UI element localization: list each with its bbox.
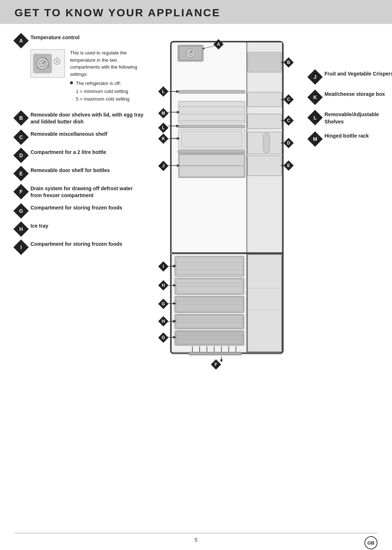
diagram-badge-l2: L [158,123,168,133]
svg-rect-29 [178,125,245,128]
section-e-text: Removable door shelf for bottles [30,167,110,174]
svg-text:C: C [287,97,290,102]
svg-text:D: D [287,140,290,146]
section-g-text: Compartment for storing frozen foods [30,204,122,212]
temp-control-image: 1 3 5 [30,49,65,78]
section-b-row: B Removable door shelves with lid, with … [15,111,145,126]
badge-l: L [309,111,322,124]
svg-text:L: L [162,89,164,94]
page-title: GET TO KNOW YOUR APPLIANCE [15,7,377,19]
svg-text:J: J [162,163,165,168]
temp-description: This is used to regulate the temperature… [70,49,145,103]
section-d-row: D Compartment for a 2 litre bottle [15,149,145,162]
diagram-badge-g1: G [158,299,168,309]
letter-l: L [314,115,317,121]
main-content: A Temperature control [0,34,392,391]
badge-i: I [15,241,28,254]
svg-text:5: 5 [48,65,49,68]
section-c-label: Removable miscellaneous shelf [30,131,107,137]
svg-rect-36 [179,155,244,166]
letter-f: F [20,189,23,195]
section-f-text: Drain system for drawing off defrost wat… [30,185,145,199]
svg-text:A: A [217,42,220,47]
svg-text:G: G [162,301,165,306]
svg-text:L: L [162,125,164,130]
diagram-badge-j: J [158,161,168,171]
section-f-label: Drain system for drawing off defrost wat… [30,186,133,199]
svg-rect-37 [179,166,244,177]
letter-g: G [19,208,23,214]
badge-f: F [15,185,28,198]
badge-d: D [15,149,28,162]
svg-rect-52 [176,258,243,275]
svg-rect-87 [189,352,241,355]
section-c-text: Removable miscellaneous shelf [30,131,107,138]
title-bar: GET TO KNOW YOUR APPLIANCE [0,0,392,24]
badge-k: K [309,91,322,104]
svg-text:E: E [287,163,290,168]
svg-rect-44 [248,114,282,129]
section-m-label: Hinged bottle rack [324,133,369,139]
section-j-label: Fruit and Vegetable Crispers [324,71,392,77]
diagram-badge-h1: H [158,280,168,290]
badge-j: J [309,70,322,83]
svg-point-9 [56,60,58,62]
diagram-badge-k: K [158,134,168,144]
page-number: 5 [195,537,197,543]
section-j-row: J Fruit and Vegetable Crispers [309,70,392,83]
diagram-badge-l1: L [158,86,168,97]
bullet-text-3: 5 = maximum cold setting [76,95,130,103]
svg-rect-63 [176,297,243,311]
letter-h: H [19,226,23,232]
svg-rect-73 [176,332,243,344]
temp-control-svg: 1 3 5 [32,50,64,77]
section-a-row: A Temperature control [15,34,145,47]
letter-e: E [19,171,23,176]
section-k-row: K Meat/cheese storage box [309,91,392,104]
section-e-label: Removable door shelf for bottles [30,167,110,173]
badge-c: C [15,131,28,144]
svg-rect-77 [248,254,282,352]
badge-h: H [15,223,28,236]
section-l-row: L Removable/Adjustable Shelves [309,111,392,125]
section-g-label: Compartment for storing frozen foods [30,205,122,211]
section-k-text: Meat/cheese storage box [324,91,385,98]
section-d-text: Compartment for a 2 litre bottle [30,149,106,156]
temp-desc-text: This is used to regulate the temperature… [70,49,145,78]
diagram-badge-b: B [283,57,294,68]
left-labels: A Temperature control [15,34,145,391]
diagram-badge-f: F [211,359,221,370]
svg-rect-22 [178,90,245,93]
section-g-row: G Compartment for storing frozen foods [15,204,145,217]
section-a-label: Temperature control [30,34,79,40]
svg-text:I: I [163,264,164,269]
svg-text:3: 3 [45,58,47,60]
section-f-row: F Drain system for drawing off defrost w… [15,185,145,199]
page-footer: 5 GB [15,533,377,543]
badge-g: G [15,204,28,217]
badge-e: E [15,167,28,180]
page-wrapper: GET TO KNOW YOUR APPLIANCE A Temperature… [0,0,392,550]
section-l-label: Removable/Adjustable Shelves [324,111,379,125]
temp-control-block: 1 3 5 This is used to regulate the tempe… [15,49,145,103]
bullet-text-2: 1 = minimum cold setting [76,88,128,95]
letter-k: K [313,94,317,100]
fridge-diagram-svg: L M L K [149,34,301,390]
svg-text:H: H [162,283,165,288]
svg-text:G: G [162,335,165,340]
svg-rect-58 [176,279,243,293]
letter-j: J [314,74,317,80]
badge-m: M [309,133,322,146]
svg-text:H: H [162,319,165,324]
svg-text:B: B [287,60,290,65]
right-labels: J Fruit and Vegetable Crispers K Meat/ch… [305,34,392,391]
section-i-label: Compartment for storing frozen foods [30,241,122,247]
section-i-row: I Compartment for storing frozen foods [15,241,145,254]
section-h-label: Ice tray [30,223,48,229]
badge-a: A [15,34,28,47]
bullet-item-3: 5 = maximum cold setting [70,95,145,103]
svg-text:M: M [162,111,165,116]
diagram-badge-d: D [283,138,294,148]
svg-rect-32 [181,131,242,147]
svg-rect-68 [176,315,243,328]
